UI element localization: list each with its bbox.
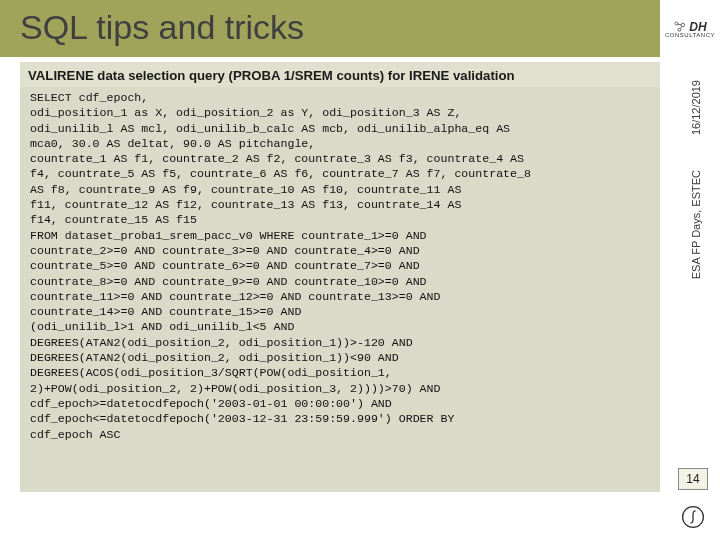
sql-code-block: SELECT cdf_epoch, odi_position_1 as X, o… xyxy=(20,62,660,492)
page-number: 14 xyxy=(678,468,708,490)
sidebar-event: ESA FP Days, ESTEC xyxy=(690,170,702,279)
subtitle-box: VALIRENE data selection query (PROBA 1/S… xyxy=(20,62,660,87)
brand-logo: DH CONSULTANCY xyxy=(660,0,720,57)
sidebar-date: 16/12/2019 xyxy=(690,80,702,135)
query-subtitle: VALIRENE data selection query (PROBA 1/S… xyxy=(28,68,652,83)
page-title: SQL tips and tricks xyxy=(20,8,304,47)
svg-point-1 xyxy=(681,23,685,27)
logo-subtext: CONSULTANCY xyxy=(665,32,715,38)
integral-circle-icon xyxy=(680,504,706,530)
svg-line-4 xyxy=(680,26,682,28)
svg-point-0 xyxy=(675,21,678,24)
